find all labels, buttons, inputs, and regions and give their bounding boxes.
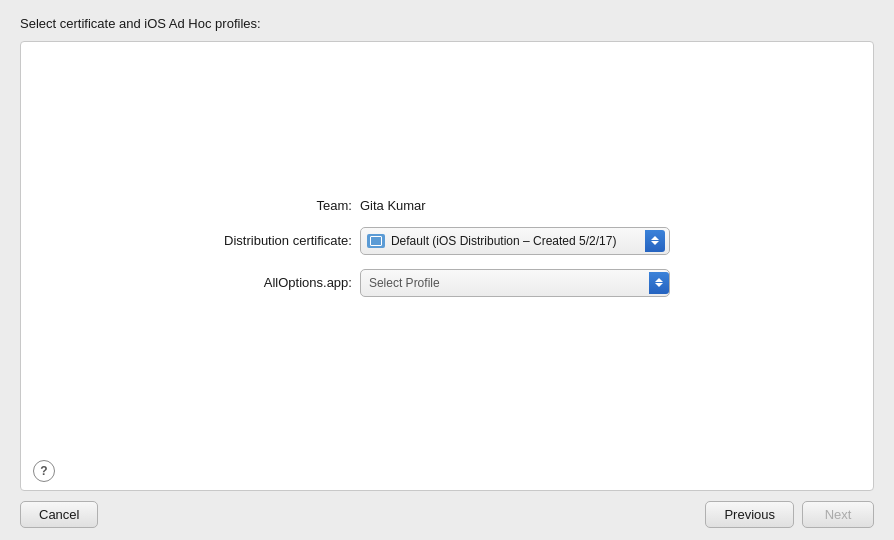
- profile-select-label: Select Profile: [369, 276, 645, 290]
- profile-arrows: [649, 272, 669, 294]
- app-label: AllOptions.app:: [224, 269, 360, 297]
- footer-left: Cancel: [20, 501, 98, 528]
- dist-cert-select[interactable]: Default (iOS Distribution – Created 5/2/…: [360, 227, 670, 255]
- app-row: AllOptions.app: Select Profile: [224, 269, 670, 297]
- dist-cert-label: Distribution certificate:: [224, 227, 360, 255]
- next-button: Next: [802, 501, 874, 528]
- app-value: Select Profile: [360, 269, 670, 297]
- team-row: Team: Gita Kumar: [224, 198, 670, 213]
- help-button[interactable]: ?: [33, 460, 55, 482]
- profile-arrow-down-icon: [655, 283, 663, 287]
- page-title: Select certificate and iOS Ad Hoc profil…: [20, 16, 874, 31]
- cert-icon: [367, 234, 385, 248]
- team-value: Gita Kumar: [360, 198, 670, 213]
- profile-select[interactable]: Select Profile: [360, 269, 670, 297]
- dist-cert-arrows: [645, 230, 665, 252]
- arrow-up-icon: [651, 236, 659, 240]
- dist-cert-select-inner: Default (iOS Distribution – Created 5/2/…: [367, 234, 641, 248]
- form-table: Team: Gita Kumar Distribution certificat…: [224, 184, 670, 311]
- team-label: Team:: [224, 198, 360, 213]
- dist-cert-row: Distribution certificate: Default (iOS D…: [224, 227, 670, 255]
- form-area: Team: Gita Kumar Distribution certificat…: [21, 42, 873, 452]
- profile-arrow-up-icon: [655, 278, 663, 282]
- footer: Cancel Previous Next: [20, 491, 874, 540]
- dist-cert-select-label: Default (iOS Distribution – Created 5/2/…: [391, 234, 641, 248]
- previous-button[interactable]: Previous: [705, 501, 794, 528]
- footer-right: Previous Next: [705, 501, 874, 528]
- arrow-down-icon: [651, 241, 659, 245]
- main-panel: Team: Gita Kumar Distribution certificat…: [20, 41, 874, 491]
- cancel-button[interactable]: Cancel: [20, 501, 98, 528]
- bottom-panel: ?: [21, 452, 873, 490]
- dist-cert-value: Default (iOS Distribution – Created 5/2/…: [360, 227, 670, 255]
